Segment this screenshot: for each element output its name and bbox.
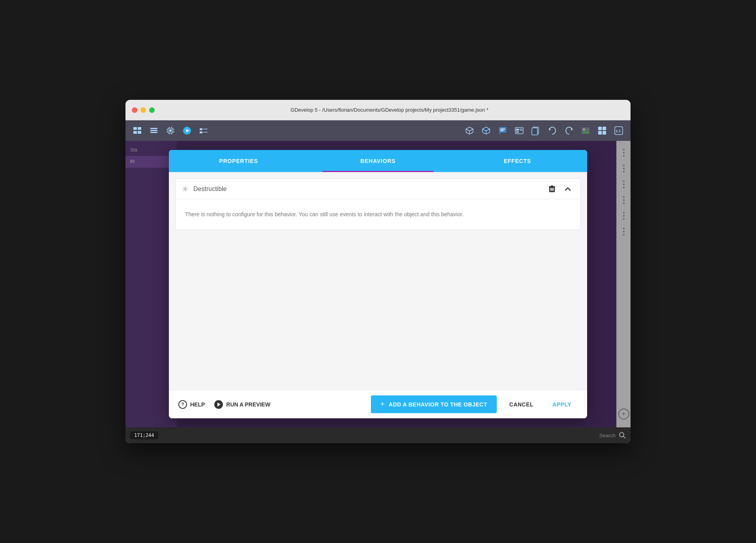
coordinates-badge: 171;244 [130,431,158,439]
toolbar-icon-grid[interactable] [595,124,609,138]
maximize-button[interactable] [149,107,155,113]
svg-marker-32 [499,133,501,134]
preview-button[interactable]: RUN A PREVIEW [214,400,270,409]
footer-left: ? HELP RUN A PREVIEW [178,400,270,409]
svg-rect-5 [150,130,157,131]
svg-rect-57 [552,188,552,191]
toolbar-icon-list[interactable] [512,124,526,138]
behavior-name: Destructible [193,185,546,193]
svg-rect-4 [150,128,157,129]
apply-button[interactable]: APPLY [546,398,578,411]
chevron-up-icon [565,187,571,191]
tab-properties[interactable]: PROPERTIES [169,150,308,172]
toolbar-icon-undo[interactable] [545,124,560,138]
title-bar: GDevelop 5 - /Users/florian/Documents/GD… [125,100,631,120]
modal-overlay: PROPERTIES BEHAVIORS EFFECTS ✳ [125,141,631,427]
svg-rect-19 [200,128,202,130]
behavior-type-icon: ✳ [182,184,189,194]
svg-rect-31 [499,127,506,133]
svg-rect-8 [169,129,172,132]
add-behavior-button[interactable]: + ADD A BEHAVIOR TO THE OBJECT [371,395,497,413]
toolbar: 1:1 [125,120,631,141]
svg-point-45 [583,129,585,130]
window-title: GDevelop 5 - /Users/florian/Documents/GD… [155,107,624,113]
toolbar-icon-play[interactable] [180,124,194,138]
search-area: Search [165,432,626,439]
toolbar-icon-events[interactable] [196,124,211,138]
behavior-content: There is nothing to configure for this b… [176,199,580,230]
trash-icon [549,185,555,193]
main-content: Sta Pr [125,141,631,427]
tab-behaviors[interactable]: BEHAVIORS [308,150,447,172]
play-triangle [217,403,221,406]
behavior-card: ✳ Destructible [175,178,581,230]
svg-rect-48 [603,127,606,130]
collapse-behavior-button[interactable] [561,183,574,195]
window-controls [132,107,155,113]
minimize-button[interactable] [140,107,146,113]
svg-rect-36 [516,129,519,131]
toolbar-icon-edit[interactable] [496,124,510,138]
svg-rect-2 [133,131,137,134]
svg-rect-34 [500,130,503,131]
svg-text:1:1: 1:1 [616,129,621,133]
delete-behavior-button[interactable] [546,183,558,195]
toolbar-icon-scene[interactable] [130,124,144,138]
search-placeholder: Search [599,433,616,438]
toolbar-icon-cpu[interactable] [163,124,178,138]
svg-marker-42 [548,129,550,131]
help-icon: ? [178,400,187,409]
modal-dialog: PROPERTIES BEHAVIORS EFFECTS ✳ [169,150,587,418]
svg-rect-56 [550,188,551,191]
search-icon[interactable] [619,432,626,439]
svg-rect-58 [553,188,554,191]
toolbar-icon-objects[interactable] [147,124,161,138]
play-icon [214,400,223,409]
toolbar-icon-image[interactable] [578,124,593,138]
help-button[interactable]: ? HELP [178,400,205,409]
modal-tabs: PROPERTIES BEHAVIORS EFFECTS [169,150,587,172]
modal-body: ✳ Destructible [169,172,587,390]
svg-rect-21 [200,131,202,133]
svg-rect-47 [598,127,602,130]
footer-right: + ADD A BEHAVIOR TO THE OBJECT CANCEL AP… [371,395,578,413]
toolbar-icon-pages[interactable] [529,124,543,138]
svg-rect-49 [598,131,602,135]
svg-rect-50 [603,131,606,135]
svg-marker-43 [571,129,573,131]
svg-rect-3 [138,131,141,134]
behavior-actions [546,183,574,195]
plus-icon: + [380,400,385,408]
svg-rect-37 [516,131,519,133]
tab-effects[interactable]: EFFECTS [448,150,587,172]
toolbar-icon-cube2[interactable] [479,124,493,138]
svg-rect-41 [532,128,537,135]
cancel-button[interactable]: CANCEL [503,398,540,411]
close-button[interactable] [132,107,137,113]
svg-rect-33 [500,129,505,129]
svg-line-25 [470,129,473,131]
bottom-bar: 171;244 Search [125,427,631,443]
svg-line-60 [623,436,625,438]
toolbar-icon-redo[interactable] [562,124,576,138]
svg-rect-6 [150,132,157,133]
toolbar-icon-zoom[interactable]: 1:1 [612,124,626,138]
modal-footer: ? HELP RUN A PREVIEW + [169,390,587,418]
toolbar-icon-cube1[interactable] [462,124,477,138]
svg-rect-55 [551,185,553,187]
svg-rect-1 [138,127,141,130]
svg-line-24 [466,129,470,131]
svg-rect-0 [133,127,137,130]
behavior-header: ✳ Destructible [176,179,580,199]
app-window: GDevelop 5 - /Users/florian/Documents/GD… [125,100,631,443]
